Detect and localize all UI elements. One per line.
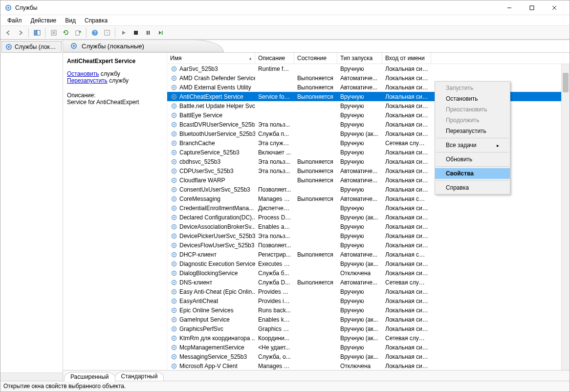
- cm-stop[interactable]: Остановить: [435, 93, 510, 104]
- menu-help[interactable]: Справка: [81, 16, 111, 25]
- cell-logon: Локальная сис...: [382, 158, 431, 165]
- minimize-button[interactable]: [498, 0, 521, 15]
- tree-horizontal-scrollbar[interactable]: [0, 372, 63, 381]
- cell-logon: Локальная сис...: [382, 149, 431, 156]
- cell-logon: Локальная сис...: [382, 131, 431, 137]
- svg-point-74: [173, 291, 175, 293]
- table-row[interactable]: Epic Online ServicesRuns back...ВручнуюЛ…: [167, 305, 570, 315]
- vertical-scrollbar[interactable]: [561, 64, 570, 370]
- cell-logon: Сетевая служба: [382, 279, 431, 286]
- cm-start: Запустить: [435, 83, 510, 93]
- help2-button[interactable]: ?: [101, 27, 112, 38]
- pane-header-label: Службы (локальные): [82, 43, 144, 50]
- pause-service-button[interactable]: [142, 27, 153, 38]
- table-row[interactable]: GraphicsPerfSvcGraphics p...Вручную (ак.…: [167, 324, 570, 333]
- tree-node-services-local[interactable]: Службы (локальные): [1, 41, 62, 53]
- gear-icon: [170, 186, 178, 194]
- table-row[interactable]: CredentialEnrollmentMana...Диспетчер...В…: [167, 203, 570, 213]
- scrollbar-thumb[interactable]: [563, 73, 569, 92]
- maximize-button[interactable]: [521, 0, 543, 15]
- svg-point-78: [173, 309, 175, 311]
- cell-logon: Локальная сис...: [382, 270, 431, 277]
- menu-view[interactable]: Вид: [61, 16, 80, 25]
- cell-start: Вручную (ак...: [337, 326, 382, 332]
- start-service-button[interactable]: [118, 27, 129, 38]
- chevron-right-icon: ▸: [497, 143, 499, 148]
- svg-rect-7: [37, 30, 40, 35]
- cell-start: Вручную: [337, 112, 382, 119]
- cell-start: Вручную (ак...: [337, 335, 382, 342]
- svg-rect-3: [530, 6, 534, 10]
- cell-start: Вручную: [337, 242, 382, 249]
- svg-point-34: [173, 105, 175, 107]
- cell-start: Вручную (ак...: [337, 261, 382, 267]
- table-row[interactable]: McpManagementService<Не удает...ВручнуюЛ…: [167, 343, 570, 352]
- cell-logon: Локальная сис...: [382, 65, 431, 72]
- cell-logon: Локальная сис...: [382, 177, 431, 184]
- cm-refresh[interactable]: Обновить: [435, 154, 510, 165]
- cm-restart[interactable]: Перезапустить: [435, 126, 510, 136]
- gear-icon: [170, 84, 178, 91]
- stop-service-link[interactable]: Остановить: [67, 70, 99, 77]
- svg-point-54: [173, 198, 175, 200]
- export-button[interactable]: [72, 27, 84, 38]
- cell-name: Diagnostic Execution Service: [167, 260, 255, 268]
- tab-standard[interactable]: Стандартный: [115, 371, 164, 381]
- cell-start: Отключена: [337, 270, 382, 277]
- svg-point-72: [173, 282, 175, 283]
- cm-properties[interactable]: Свойства: [435, 168, 510, 179]
- restart-service-link[interactable]: Перезапустить: [67, 77, 108, 84]
- cell-logon: Локальная сис...: [382, 205, 431, 212]
- table-row[interactable]: CoreMessagingManages c...ВыполняетсяАвто…: [167, 194, 570, 203]
- table-row[interactable]: KtmRm для координатора ...Координи...Вру…: [167, 333, 570, 343]
- col-header-start[interactable]: Тип запуска: [337, 53, 382, 64]
- col-header-name[interactable]: Имя▴: [167, 53, 255, 64]
- table-row[interactable]: DHCP-клиентРегистрир...ВыполняетсяАвтома…: [167, 250, 570, 259]
- restart-service-button[interactable]: [154, 27, 166, 38]
- table-row[interactable]: Easy Anti-Cheat (Epic Onlin...Provides s…: [167, 287, 570, 296]
- cell-desc: Служба, о...: [255, 353, 294, 360]
- menu-action[interactable]: Действие: [27, 16, 61, 25]
- cm-alltasks[interactable]: Все задачи▸: [435, 140, 510, 151]
- tab-extended[interactable]: Расширенный: [64, 372, 115, 381]
- table-row[interactable]: AarSvc_525b3Runtime fo...ВручнуюЛокальна…: [167, 64, 570, 73]
- cm-resume: Продолжить: [435, 115, 510, 126]
- gear-icon: [170, 297, 178, 305]
- table-row[interactable]: Declared Configuration(DC)...Process De.…: [167, 213, 570, 222]
- show-hide-tree-button[interactable]: [31, 27, 43, 38]
- cell-start: Автоматиче...: [337, 196, 382, 202]
- col-header-logon[interactable]: Вход от имени: [382, 53, 431, 64]
- cell-state: Выполняется: [294, 196, 337, 202]
- table-row[interactable]: Diagnostic Execution ServiceExecutes di.…: [167, 259, 570, 268]
- table-row[interactable]: Microsoft App-V ClientManages A...Отключ…: [167, 361, 570, 370]
- refresh-button[interactable]: [60, 27, 71, 38]
- table-row[interactable]: DialogBlockingServiceСлужба б...Отключен…: [167, 268, 570, 278]
- table-row[interactable]: DevicesFlowUserSvc_525b3Позволяет...Вруч…: [167, 240, 570, 250]
- cell-desc: Graphics p...: [255, 326, 294, 332]
- sort-asc-icon: ▴: [249, 56, 252, 61]
- close-button[interactable]: [543, 0, 566, 15]
- col-header-desc[interactable]: Описание: [255, 53, 294, 64]
- properties-button[interactable]: [48, 27, 59, 38]
- cm-help[interactable]: Справка: [435, 182, 510, 193]
- col-header-state[interactable]: Состояние: [294, 53, 337, 64]
- gear-icon: [70, 42, 78, 50]
- table-row[interactable]: MessagingService_525b3Служба, о...Вручну…: [167, 352, 570, 361]
- back-button[interactable]: [2, 27, 14, 38]
- table-row[interactable]: GameInput ServiceEnables ke...Вручную (а…: [167, 315, 570, 324]
- table-row[interactable]: DNS-клиентСлужба D...ВыполняетсяАвтомати…: [167, 278, 570, 287]
- table-row[interactable]: EasyAntiCheatProvides in...ВручнуюЛокаль…: [167, 296, 570, 305]
- gear-icon: [170, 93, 178, 101]
- forward-button[interactable]: [15, 27, 26, 38]
- svg-point-70: [173, 272, 175, 274]
- gear-icon: [170, 269, 178, 277]
- cell-name: Microsoft App-V Client: [167, 362, 255, 370]
- stop-service-button[interactable]: [130, 27, 141, 38]
- cm-separator: [436, 180, 509, 181]
- cell-name: CDPUserSvc_525b3: [167, 167, 255, 175]
- gear-icon: [170, 241, 178, 249]
- table-row[interactable]: DevicePickerUserSvc_525b3Эта польз...Вру…: [167, 231, 570, 240]
- menu-file[interactable]: Файл: [3, 16, 26, 25]
- table-row[interactable]: DeviceAssociationBrokerSv...Enables ap..…: [167, 222, 570, 231]
- help-button[interactable]: ?: [89, 27, 100, 38]
